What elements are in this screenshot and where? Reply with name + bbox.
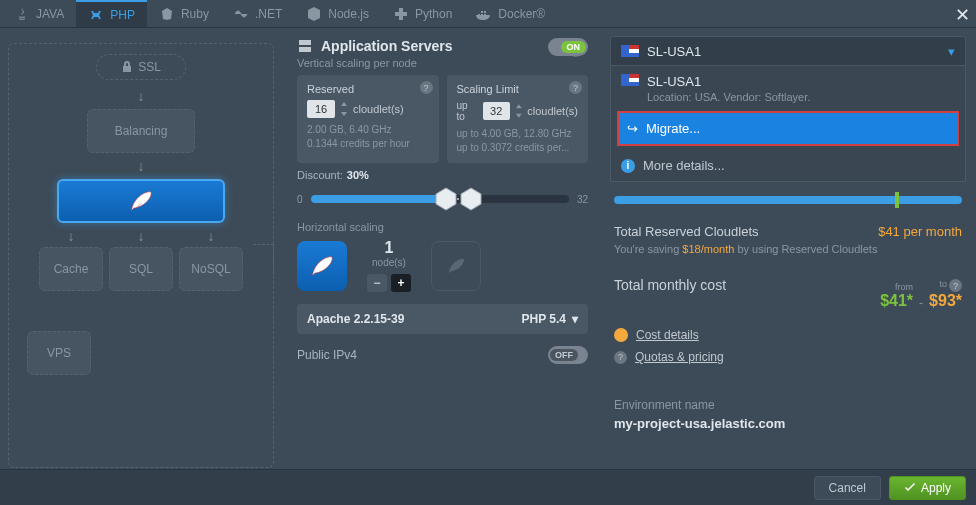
sql-label: SQL — [129, 262, 153, 276]
discount-label: Discount: — [297, 169, 343, 181]
server-name: Apache 2.2.15-39 — [307, 312, 404, 326]
tab-ruby[interactable]: Ruby — [147, 0, 221, 27]
saving-suffix: by using Reserved Cloudlets — [734, 243, 877, 255]
help-icon[interactable]: ? — [569, 81, 582, 94]
help-icon[interactable]: ? — [949, 279, 962, 292]
info-icon: i — [621, 159, 635, 173]
toggle-off-label: OFF — [550, 349, 578, 361]
region-dropdown[interactable]: SL-USA1 ▾ — [610, 36, 966, 66]
saving-text: You're saving $18/month by using Reserve… — [614, 243, 962, 255]
ssl-button[interactable]: SSL — [96, 54, 186, 80]
topology-panel: SSL ↓ Balancing ↓ ↓↓↓ Cache SQL NoSQL VP… — [8, 43, 274, 468]
arrow-down-icon: ↓ — [68, 228, 75, 244]
price-dash: - — [919, 296, 923, 310]
region-item[interactable]: SL-USA1 Location: USA. Vendor: Softlayer… — [611, 66, 965, 111]
tab-java[interactable]: JAVA — [2, 0, 76, 27]
node-count: 1 — [367, 239, 411, 257]
cancel-button[interactable]: Cancel — [814, 476, 881, 500]
scaling-limit-card: Scaling Limit ? up to 32 cloudlet(s) up … — [447, 75, 589, 163]
cache-node[interactable]: Cache — [39, 247, 103, 291]
more-details-item[interactable]: i More details... — [611, 150, 965, 181]
close-icon[interactable]: ✕ — [955, 4, 970, 26]
discount-value: 30% — [347, 169, 369, 181]
env-name-value: my-project-usa.jelastic.com — [614, 416, 962, 431]
footer: Cancel Apply — [0, 469, 976, 505]
language-tabs: JAVA PHP Ruby .NET Node.js Python Docker… — [0, 0, 976, 28]
limit-stat2: up to 0.3072 credits per... — [457, 141, 579, 155]
cloudlet-slider[interactable]: 0 32 — [297, 189, 588, 209]
svg-rect-1 — [299, 47, 311, 52]
reserved-cloudlets-label: Total Reserved Cloudlets — [614, 224, 759, 239]
discount-row: Discount: 30% — [297, 169, 588, 181]
app-server-node[interactable] — [57, 179, 225, 223]
cache-label: Cache — [54, 262, 89, 276]
slider-thumb-limit[interactable] — [460, 187, 482, 211]
scaling-limit-title: Scaling Limit — [457, 83, 579, 95]
app-servers-toggle[interactable]: ON — [548, 38, 588, 56]
tab-python[interactable]: Python — [381, 0, 464, 27]
cost-details-link[interactable]: Cost details — [614, 328, 962, 342]
svg-rect-0 — [299, 40, 311, 45]
reserved-stat2: 0.1344 credits per hour — [307, 137, 429, 151]
balancing-node[interactable]: Balancing — [87, 109, 195, 153]
reserved-input[interactable]: 16 — [307, 100, 335, 118]
tab-label: Python — [415, 7, 452, 21]
cloudlet-unit: cloudlet(s) — [527, 105, 578, 117]
hs-node-inactive[interactable] — [431, 241, 481, 291]
help-icon[interactable]: ? — [420, 81, 433, 94]
ipv4-label: Public IPv4 — [297, 348, 357, 362]
section-title-text: Application Servers — [321, 38, 453, 54]
chevron-down-icon: ▾ — [948, 44, 955, 59]
price-slider[interactable] — [614, 196, 962, 204]
cloudlet-unit: cloudlet(s) — [353, 103, 404, 115]
cost-details-text: Cost details — [636, 328, 699, 342]
reserved-stat1: 2.00 GB, 6.40 GHz — [307, 123, 429, 137]
region-item-name: SL-USA1 — [647, 74, 810, 89]
arrows-group: ↓↓↓ — [36, 228, 246, 244]
flag-icon — [621, 45, 639, 57]
app-servers-title: Application Servers ? — [297, 38, 588, 54]
quotas-text: Quotas & pricing — [635, 350, 724, 364]
saving-prefix: You're saving — [614, 243, 682, 255]
spinner-icon[interactable] — [515, 104, 523, 118]
server-select[interactable]: Apache 2.2.15-39 PHP 5.4▾ — [297, 304, 588, 334]
more-details-label: More details... — [643, 158, 725, 173]
from-price: $41* — [880, 292, 913, 309]
hs-node-active[interactable] — [297, 241, 347, 291]
ipv4-toggle[interactable]: OFF — [548, 346, 588, 364]
nosql-node[interactable]: NoSQL — [179, 247, 243, 291]
saving-amount: $18/month — [682, 243, 734, 255]
balancing-label: Balancing — [115, 124, 168, 138]
vps-node[interactable]: VPS — [27, 331, 91, 375]
spinner-icon[interactable] — [340, 102, 348, 116]
price-thumb[interactable] — [895, 192, 899, 208]
price-block: from$41* - to?$93* — [880, 279, 962, 310]
migrate-label: Migrate... — [646, 121, 700, 136]
tab-docker[interactable]: Docker® — [464, 0, 557, 27]
sql-node[interactable]: SQL — [109, 247, 173, 291]
tab-net[interactable]: .NET — [221, 0, 294, 27]
tab-node[interactable]: Node.js — [294, 0, 381, 27]
server-icon — [297, 38, 313, 54]
slider-max: 32 — [577, 194, 588, 205]
tab-label: Node.js — [328, 7, 369, 21]
nosql-label: NoSQL — [191, 262, 230, 276]
tab-php[interactable]: PHP — [76, 0, 147, 27]
quotas-link[interactable]: ?Quotas & pricing — [614, 350, 962, 364]
apply-button[interactable]: Apply — [889, 476, 966, 500]
ssl-label: SSL — [138, 60, 161, 74]
tab-label: Docker® — [498, 7, 545, 21]
slider-thumb-reserved[interactable] — [435, 187, 457, 211]
help-icon: ? — [614, 351, 627, 364]
to-label: to — [939, 279, 947, 292]
scaling-limit-input[interactable]: 32 — [483, 102, 510, 120]
apache-icon — [445, 255, 467, 277]
minus-button[interactable]: − — [367, 274, 387, 292]
migrate-item[interactable]: ↪ Migrate... — [617, 111, 959, 146]
region-dropdown-panel: SL-USA1 Location: USA. Vendor: Softlayer… — [610, 66, 966, 182]
node-count-label: node(s) — [367, 257, 411, 268]
vertical-scaling-label: Vertical scaling per node — [297, 57, 588, 69]
coin-icon — [614, 328, 628, 342]
plus-button[interactable]: + — [391, 274, 411, 292]
svg-marker-3 — [461, 188, 481, 210]
